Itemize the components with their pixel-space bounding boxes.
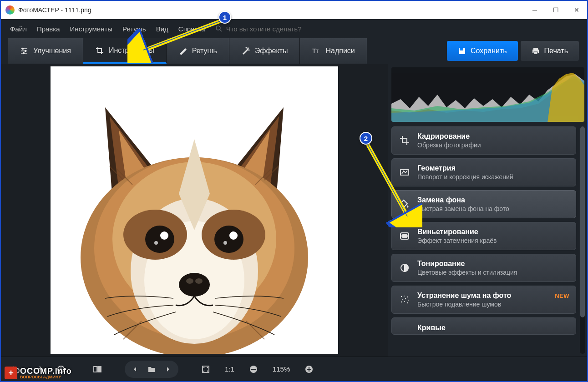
menu-bar: Файл Правка Инструменты Ретушь Вид Справ… [1,19,587,38]
svg-point-52 [404,296,405,297]
close-button[interactable]: ✕ [566,3,587,17]
bucket-icon [398,198,411,211]
canvas-area [1,64,388,357]
print-button[interactable]: Печать [521,41,579,61]
tool-geometry[interactable]: Геометрия Поворот и коррекция искажений [391,158,576,186]
sliders-icon [20,46,29,55]
prev-image-button[interactable] [127,362,143,376]
fit-screen-button[interactable] [197,361,215,378]
zoom-in-button[interactable] [300,361,318,378]
tool-title: Кадрирование [417,132,481,141]
save-icon [458,47,466,55]
svg-point-0 [216,26,220,30]
tool-denoise[interactable]: Устранение шума на фото Быстрое подавлен… [391,286,576,314]
toolbar: Улучшения Инструменты Ретушь Эффекты TT … [1,38,587,64]
tool-replace-bg[interactable]: Замена фона Быстрая замена фона на фото [391,190,576,218]
app-icon [5,5,15,15]
window-title: ФотоМАСТЕР - 1111.png [18,6,524,14]
title-bar: ФотоМАСТЕР - 1111.png ─ ☐ ✕ [1,1,587,19]
tool-title: Замена фона [417,196,509,204]
menu-edit[interactable]: Правка [32,22,65,35]
panel-scrollbar[interactable] [580,126,585,354]
svg-point-56 [408,300,409,301]
menu-help[interactable]: Справка [174,22,210,35]
tool-desc: Цветовые эффекты и стилизация [417,269,517,276]
svg-point-40 [195,278,203,284]
save-button[interactable]: Сохранить [447,41,518,61]
tool-crop[interactable]: Кадрирование Обрезка фотографии [391,126,576,155]
tool-tone[interactable]: Тонирование Цветовые эффекты и стилизаци… [391,254,576,282]
svg-point-34 [160,231,168,240]
svg-point-10 [246,47,247,48]
watermark-main: OCOMP.info [20,367,72,375]
svg-point-38 [179,273,210,297]
main-area: Кадрирование Обрезка фотографии Геометри… [1,64,587,357]
svg-point-32 [145,226,174,253]
curves-icon [398,322,411,334]
next-image-button[interactable] [160,362,176,376]
tool-list: Кадрирование Обрезка фотографии Геометри… [391,126,584,335]
watermark-sub: ВОПРОСЫ АДМИНУ [20,375,72,379]
svg-point-8 [248,48,248,49]
svg-rect-68 [309,367,309,372]
tool-desc: Быстрая замена фона на фото [417,205,509,212]
svg-point-9 [248,50,249,50]
tool-title: Геометрия [417,164,513,172]
tool-desc: Эффект затемнения краёв [417,237,497,244]
crop-icon [398,134,411,147]
minimize-button[interactable]: ─ [524,3,545,17]
callout-2: 2 [360,132,372,145]
tab-label: Инструменты [109,46,154,55]
tool-desc: Быстрое подавление шумов [417,301,511,308]
tool-title: Тонирование [417,260,517,268]
zoom-out-button[interactable] [244,361,263,378]
menu-retouch[interactable]: Ретушь [118,22,151,35]
svg-point-5 [22,48,24,50]
svg-point-51 [401,296,402,297]
tab-instruments[interactable]: Инструменты [83,38,167,64]
tab-enhancements[interactable]: Улучшения [8,38,83,64]
svg-point-49 [402,234,407,238]
maximize-button[interactable]: ☐ [545,3,566,17]
svg-point-53 [407,297,408,297]
svg-line-1 [220,30,222,31]
svg-point-55 [405,298,406,299]
fit-label[interactable]: 1:1 [219,365,240,373]
menu-view[interactable]: Вид [152,22,173,35]
histogram[interactable] [391,67,584,122]
text-icon: TT [312,46,321,55]
svg-rect-16 [534,52,537,54]
zoom-level: 115% [267,365,295,373]
tab-retouch[interactable]: Ретушь [167,38,229,64]
tab-effects[interactable]: Эффекты [229,38,300,64]
menu-tools[interactable]: Инструменты [66,22,117,35]
crop-icon [95,46,104,55]
menu-file[interactable]: Файл [5,22,31,35]
svg-point-7 [23,53,25,54]
callout-1: 1 [218,11,231,24]
svg-rect-61 [94,367,97,372]
tab-label: Ретушь [192,47,217,55]
tab-label: Надписи [325,47,355,55]
tool-title: Устранение шума на фото [417,292,511,300]
open-folder-button[interactable] [144,362,159,376]
scroll-thumb[interactable] [580,126,585,317]
tool-vignette[interactable]: Виньетирование Эффект затемнения краёв [391,222,576,250]
geometry-icon [398,166,411,179]
svg-rect-65 [251,369,256,370]
nav-group [125,361,178,378]
svg-point-54 [402,299,403,300]
tab-text[interactable]: TT Надписи [300,38,367,64]
tool-curves[interactable]: Кривые [391,317,576,335]
image-canvas[interactable] [51,66,338,354]
search-input[interactable] [226,25,345,33]
compare-button[interactable] [88,361,106,378]
tab-label: Эффекты [255,47,288,55]
svg-point-57 [401,302,402,302]
tool-title: Виньетирование [417,228,497,236]
svg-point-37 [223,241,227,245]
tool-title: Кривые [417,324,446,332]
svg-point-35 [229,231,238,240]
svg-rect-14 [533,48,538,50]
tone-icon [398,261,411,274]
